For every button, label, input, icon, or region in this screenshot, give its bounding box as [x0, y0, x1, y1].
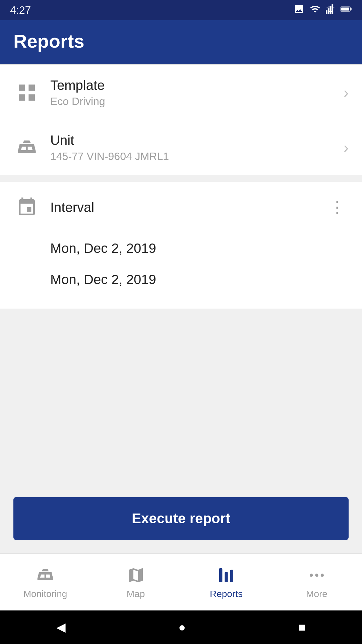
svg-rect-7 [219, 568, 222, 582]
content-spacer [0, 309, 362, 487]
monitoring-nav-label: Monitoring [23, 589, 67, 599]
more-nav-icon [307, 565, 327, 585]
unit-icon [13, 134, 40, 161]
execute-btn-container: Execute report [0, 487, 362, 553]
system-nav: ◀ ● ■ [0, 610, 362, 644]
status-time: 4:27 [10, 4, 31, 16]
unit-row[interactable]: Unit 145-77 VIN-9604 JMRL1 › [0, 120, 362, 175]
section-divider [0, 175, 362, 182]
svg-rect-8 [225, 572, 228, 582]
svg-rect-6 [341, 7, 349, 10]
svg-point-11 [315, 574, 318, 577]
photo-icon [294, 4, 304, 17]
interval-header: Interval ⋮ [13, 194, 349, 221]
template-text: Template Eco Driving [50, 77, 344, 108]
signal-icon [326, 4, 335, 17]
page-header: Reports [0, 20, 362, 64]
svg-rect-0 [326, 10, 327, 14]
page-title: Reports [13, 30, 349, 52]
wifi-icon [310, 4, 320, 17]
execute-report-button[interactable]: Execute report [13, 497, 349, 540]
svg-rect-2 [330, 6, 331, 13]
reports-nav-icon [216, 565, 236, 585]
nav-item-monitoring[interactable]: Monitoring [0, 565, 90, 599]
nav-item-more[interactable]: More [272, 565, 362, 599]
template-label: Template [50, 77, 344, 93]
more-nav-label: More [306, 589, 327, 599]
content-area: Template Eco Driving › Unit 145-77 VIN-9… [0, 65, 362, 553]
svg-rect-5 [350, 8, 351, 10]
home-button[interactable]: ● [178, 620, 186, 634]
template-value: Eco Driving [50, 95, 344, 108]
monitoring-nav-icon [35, 565, 55, 585]
reports-nav-label: Reports [210, 589, 243, 599]
interval-date-end[interactable]: Mon, Dec 2, 2019 [13, 264, 349, 295]
map-nav-label: Map [127, 589, 145, 599]
status-icons [294, 4, 352, 17]
unit-text: Unit 145-77 VIN-9604 JMRL1 [50, 132, 344, 163]
svg-point-12 [321, 574, 324, 577]
bottom-nav: Monitoring Map Reports More [0, 553, 362, 610]
battery-icon [341, 4, 352, 17]
recent-button[interactable]: ■ [298, 620, 306, 634]
template-chevron: › [344, 85, 349, 100]
back-button[interactable]: ◀ [56, 620, 66, 634]
nav-item-map[interactable]: Map [90, 565, 181, 599]
interval-section: Interval ⋮ Mon, Dec 2, 2019 Mon, Dec 2, … [0, 182, 362, 309]
svg-point-10 [310, 574, 313, 577]
unit-chevron: › [344, 140, 349, 155]
unit-value: 145-77 VIN-9604 JMRL1 [50, 150, 344, 163]
template-row[interactable]: Template Eco Driving › [0, 65, 362, 120]
svg-rect-9 [230, 570, 233, 582]
status-bar: 4:27 [0, 0, 362, 20]
svg-rect-1 [328, 8, 329, 13]
interval-options-button[interactable]: ⋮ [326, 196, 349, 219]
interval-label: Interval [50, 200, 326, 215]
svg-rect-3 [332, 4, 334, 14]
unit-label: Unit [50, 132, 344, 148]
template-icon [13, 79, 40, 106]
interval-icon [13, 194, 40, 221]
interval-date-start[interactable]: Mon, Dec 2, 2019 [13, 233, 349, 264]
nav-item-reports[interactable]: Reports [181, 565, 272, 599]
map-nav-icon [126, 565, 146, 585]
